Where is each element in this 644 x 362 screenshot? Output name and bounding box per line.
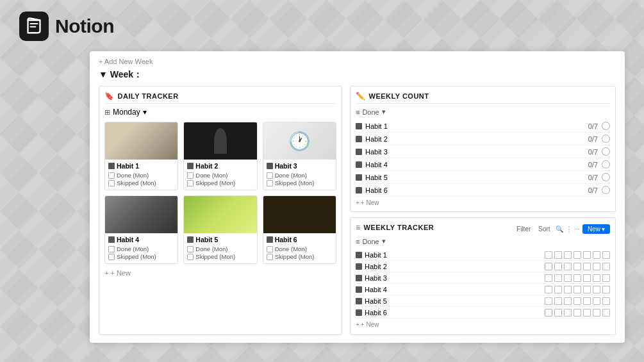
link-icon[interactable]: ⋮ [566, 226, 572, 233]
habit-1-done[interactable]: Done (Mon) [108, 172, 174, 179]
habit-2-skipped[interactable]: Skipped (Mon) [187, 179, 253, 186]
wt-cb-6-6[interactable] [593, 309, 600, 317]
wt-cb-5-5[interactable] [583, 297, 591, 305]
wt-cb-5-3[interactable] [564, 297, 572, 305]
habit-3-skip-cb[interactable] [267, 180, 273, 186]
wt-cb-3-5[interactable] [583, 274, 591, 282]
wt-cb-1-6[interactable] [593, 251, 600, 259]
wt-cb-6-1[interactable] [545, 309, 552, 317]
wc-radio-2[interactable] [602, 135, 610, 143]
wt-cb-1-4[interactable] [574, 251, 581, 259]
habit-3-done[interactable]: Done (Mon) [267, 172, 333, 179]
wt-cb-6-7[interactable] [602, 309, 610, 317]
sort-button[interactable]: Sort [536, 225, 552, 233]
wc-add-new[interactable]: + + New [356, 199, 610, 206]
habit-1-skipped[interactable]: Skipped (Mon) [108, 179, 174, 186]
wt-cb-2-3[interactable] [564, 263, 572, 270]
wt-cb-6-5[interactable] [583, 309, 591, 317]
wt-cb-1-7[interactable] [602, 251, 610, 259]
wc-row-5-left: Habit 5 [356, 174, 388, 181]
wt-cb-3-4[interactable] [574, 274, 581, 282]
wt-cb-1-1[interactable] [545, 251, 552, 259]
wt-cb-4-3[interactable] [564, 286, 572, 293]
habit-4-skip-cb[interactable] [108, 254, 115, 260]
wt-cb-2-5[interactable] [583, 263, 591, 270]
wt-cb-5-4[interactable] [574, 297, 581, 305]
wt-habit-6-name: Habit 6 [356, 309, 545, 317]
wc-radio-3[interactable] [602, 147, 610, 156]
wc-radio-4[interactable] [602, 160, 610, 169]
wt-habit-1-name: Habit 1 [356, 251, 545, 259]
wc-radio-5[interactable] [602, 173, 610, 181]
search-icon[interactable]: 🔍 [556, 226, 563, 233]
wt-cb-3-6[interactable] [593, 274, 600, 282]
wt-list-sub-icon: ≡ [356, 238, 359, 245]
wc-row-5-right: 0/7 [588, 173, 610, 181]
habit-5-skipped[interactable]: Skipped (Mon) [187, 253, 253, 260]
wt-cb-3-2[interactable] [554, 274, 562, 282]
wc-plus-icon: + [356, 199, 359, 206]
habit-4-done[interactable]: Done (Mon) [108, 245, 174, 252]
habit-2-done-cb[interactable] [187, 172, 194, 179]
habit-2-image [184, 122, 256, 160]
habit-4-skipped[interactable]: Skipped (Mon) [108, 253, 174, 260]
wt-cb-4-7[interactable] [602, 286, 610, 293]
wt-cb-2-1[interactable] [545, 263, 552, 270]
wt-cb-3-3[interactable] [564, 274, 572, 282]
more-icon[interactable]: ··· [575, 226, 580, 233]
wt-cb-2-6[interactable] [593, 263, 600, 270]
habit-2-icon [187, 163, 194, 169]
habit-6-skip-cb[interactable] [267, 254, 273, 260]
wt-cb-6-2[interactable] [554, 309, 562, 317]
wt-cb-1-5[interactable] [583, 251, 591, 259]
wt-cb-5-1[interactable] [545, 297, 552, 305]
habit-6-done[interactable]: Done (Mon) [267, 245, 333, 252]
add-new-week-btn[interactable]: + Add New Week [99, 58, 616, 65]
habit-2-skip-cb[interactable] [187, 180, 194, 186]
day-selector[interactable]: ⊞ Monday ▾ [104, 108, 336, 117]
wt-cb-4-2[interactable] [554, 286, 562, 293]
habit-3-skipped[interactable]: Skipped (Mon) [267, 179, 333, 186]
wt-cb-4-4[interactable] [574, 286, 581, 293]
habit-2-done[interactable]: Done (Mon) [187, 172, 253, 179]
filter-button[interactable]: Filter [514, 225, 533, 233]
wt-add-new[interactable]: + + New [356, 321, 610, 328]
wc-subsection[interactable]: ≡ Done ▾ [356, 108, 610, 116]
wt-habit-5-icon [356, 298, 362, 304]
wt-cb-1-2[interactable] [554, 251, 562, 259]
habit-6-skipped[interactable]: Skipped (Mon) [267, 253, 333, 260]
wt-subsection[interactable]: ≡ Done ▾ [356, 237, 610, 245]
daily-tracker-add-new[interactable]: + + New [104, 269, 336, 277]
wt-cb-5-7[interactable] [602, 297, 610, 305]
habit-3-done-cb[interactable] [267, 172, 273, 179]
wt-cb-4-1[interactable] [545, 286, 552, 293]
wt-plus-icon: + [356, 321, 359, 328]
wt-cb-4-5[interactable] [583, 286, 591, 293]
habit-5-done[interactable]: Done (Mon) [187, 245, 253, 252]
wt-cb-2-7[interactable] [602, 263, 610, 270]
wt-habit-5-checkboxes [545, 297, 610, 305]
list-icon: ≡ [356, 108, 359, 116]
habit-1-skip-cb[interactable] [108, 180, 115, 186]
habit-5-skip-cb[interactable] [187, 254, 194, 260]
habit-card-1: Habit 1 Done (Mon) Skipped (Mon) [104, 122, 178, 190]
wc-radio-6[interactable] [602, 186, 610, 194]
wt-cb-6-3[interactable] [564, 309, 572, 317]
wt-cb-4-6[interactable] [593, 286, 600, 293]
habit-6-done-cb[interactable] [267, 246, 273, 252]
habit-6-info: Habit 6 Done (Mon) Skipped (Mon) [263, 233, 336, 263]
habit-4-done-cb[interactable] [108, 246, 115, 252]
wt-cb-2-4[interactable] [574, 263, 581, 270]
wt-cb-3-7[interactable] [602, 274, 610, 282]
wt-cb-3-1[interactable] [545, 274, 552, 282]
wt-cb-5-6[interactable] [593, 297, 600, 305]
wc-radio-1[interactable] [602, 122, 610, 130]
wt-cb-6-4[interactable] [574, 309, 581, 317]
wt-cb-2-2[interactable] [554, 263, 562, 270]
habit-5-done-cb[interactable] [187, 246, 194, 252]
wt-cb-5-2[interactable] [554, 297, 562, 305]
wt-cb-1-3[interactable] [564, 251, 572, 259]
wt-habit-4-checkboxes [545, 286, 610, 293]
habit-1-done-cb[interactable] [108, 172, 115, 179]
wt-new-button[interactable]: New ▾ [582, 224, 610, 234]
